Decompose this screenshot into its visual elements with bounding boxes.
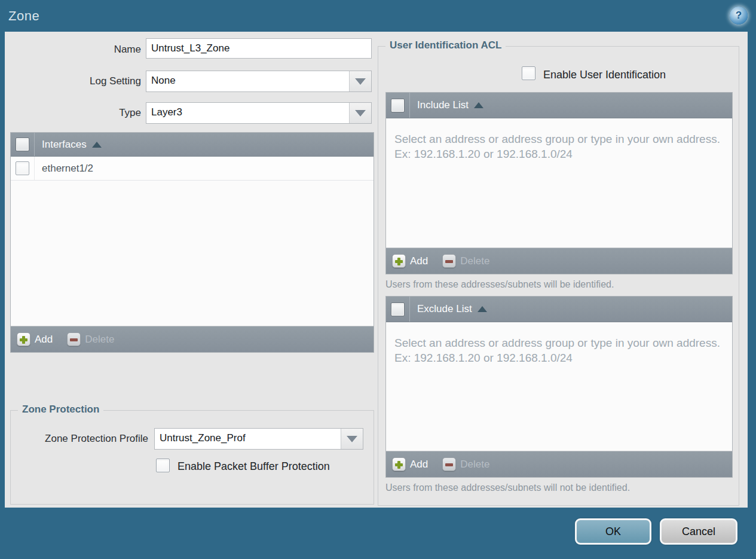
zone-protection-profile-value: Untrust_Zone_Prof <box>155 429 341 449</box>
exclude-list-table: Exclude List Select an address or addres… <box>385 296 733 478</box>
exclude-list-placeholder: Select an address or address group or ty… <box>394 335 720 365</box>
include-select-all-checkbox[interactable] <box>391 99 405 112</box>
chevron-down-icon <box>355 78 366 85</box>
include-add-button[interactable]: Add <box>392 254 428 268</box>
dialog-title: Zone <box>8 8 39 24</box>
enable-user-identification-label: Enable User Identification <box>543 69 666 81</box>
exclude-list-header[interactable]: Exclude List <box>386 297 732 322</box>
exclude-list-header-label: Exclude List <box>417 303 472 315</box>
sort-asc-icon[interactable] <box>92 142 102 148</box>
include-delete-button[interactable]: Delete <box>442 254 489 268</box>
interface-row[interactable]: ethernet1/2 <box>11 157 374 181</box>
exclude-add-button[interactable]: Add <box>392 457 428 471</box>
row-checkbox[interactable] <box>16 161 29 175</box>
include-list-caption: Users from these addresses/subnets will … <box>385 279 614 290</box>
help-icon[interactable]: ? <box>730 7 748 25</box>
exclude-delete-button[interactable]: Delete <box>442 457 489 471</box>
name-input[interactable] <box>146 38 372 59</box>
zone-protection-profile-dropdown[interactable]: Untrust_Zone_Prof <box>154 428 363 450</box>
minus-icon <box>442 457 456 471</box>
zone-protection-legend: Zone Protection <box>18 404 103 416</box>
type-value: Layer3 <box>146 103 349 123</box>
name-label: Name <box>5 44 141 56</box>
chevron-down-icon <box>355 110 366 117</box>
interfaces-body: ethernet1/2 <box>11 157 374 326</box>
minus-icon <box>442 254 456 268</box>
plus-icon <box>392 457 406 471</box>
exclude-list-caption: Users from these addresses/subnets will … <box>385 482 630 493</box>
exclude-select-all-checkbox[interactable] <box>391 303 405 316</box>
type-dropdown-button[interactable] <box>349 103 371 123</box>
ok-button[interactable]: OK <box>575 518 651 545</box>
minus-icon <box>67 332 81 346</box>
select-all-cell <box>11 133 35 156</box>
plus-icon <box>17 332 30 346</box>
include-list-table: Include List Select an address or addres… <box>385 92 733 274</box>
type-dropdown[interactable]: Layer3 <box>146 102 372 124</box>
enable-packet-buffer-label: Enable Packet Buffer Protection <box>177 460 330 473</box>
enable-user-identification-checkbox[interactable] <box>522 66 535 80</box>
include-list-header-label: Include List <box>417 99 469 111</box>
row-checkbox-cell <box>11 157 35 180</box>
sort-asc-icon[interactable] <box>474 102 483 108</box>
interfaces-header[interactable]: Interfaces <box>11 133 374 157</box>
delete-interface-button[interactable]: Delete <box>67 332 114 346</box>
include-list-placeholder: Select an address or address group or ty… <box>394 132 720 161</box>
log-setting-value: None <box>146 71 349 91</box>
zone-protection-group: Zone Protection Zone Protection Profile … <box>10 410 374 505</box>
exclude-list-body[interactable]: Select an address or address group or ty… <box>386 322 732 451</box>
cancel-button[interactable]: Cancel <box>660 518 737 545</box>
log-setting-label: Log Setting <box>5 75 141 87</box>
zone-dialog: Zone ? Name Log Setting None Type Layer3 <box>0 0 756 559</box>
include-list-toolbar: Add Delete <box>386 248 732 274</box>
interface-name: ethernet1/2 <box>42 163 93 175</box>
select-all-checkbox[interactable] <box>16 138 29 151</box>
sort-asc-icon[interactable] <box>478 306 487 312</box>
dialog-body: Name Log Setting None Type Layer3 Interf… <box>5 32 748 508</box>
log-setting-dropdown[interactable]: None <box>146 71 372 92</box>
enable-packet-buffer-checkbox[interactable] <box>156 459 170 472</box>
zone-protection-profile-dropdown-button[interactable] <box>341 429 363 449</box>
interfaces-header-label: Interfaces <box>42 139 87 151</box>
exclude-list-toolbar: Add Delete <box>386 451 732 477</box>
log-setting-dropdown-button[interactable] <box>349 71 371 91</box>
include-list-header[interactable]: Include List <box>386 93 732 118</box>
include-list-body[interactable]: Select an address or address group or ty… <box>386 118 732 248</box>
interfaces-table: Interfaces ethernet1/2 Add <box>10 132 374 353</box>
plus-icon <box>392 254 406 268</box>
type-label: Type <box>5 107 141 119</box>
add-interface-button[interactable]: Add <box>17 332 53 346</box>
select-all-cell <box>386 297 410 322</box>
user-identification-group: User Identification ACL Enable User Iden… <box>378 46 739 506</box>
interfaces-toolbar: Add Delete <box>11 326 374 352</box>
chevron-down-icon <box>347 436 357 442</box>
user-identification-legend: User Identification ACL <box>385 39 506 51</box>
zone-protection-profile-label: Zone Protection Profile <box>16 433 148 445</box>
select-all-cell <box>386 93 410 118</box>
